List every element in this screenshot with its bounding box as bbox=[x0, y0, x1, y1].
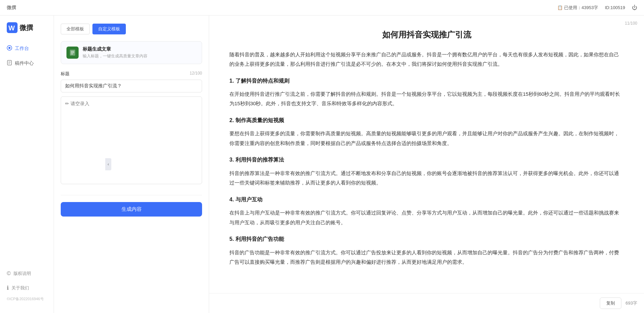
collapse-arrow[interactable]: ‹ bbox=[105, 158, 111, 170]
sidebar-item-workbench[interactable]: 工作台 bbox=[0, 41, 54, 56]
template-desc: 输入标题，一键生成高质量文章内容 bbox=[83, 53, 147, 59]
logout-icon[interactable]: ⏻ bbox=[632, 5, 637, 11]
section-para-1: 在开始使用抖音进行推广引流之前，你需要了解抖音的特点和规则。抖音是一个短视频分享… bbox=[229, 89, 624, 109]
section-para-4: 在抖音上与用户互动是一种非常有效的推广引流方式。你可以通过回复评论、点赞、分享等… bbox=[229, 208, 624, 227]
about-icon: ℹ bbox=[7, 285, 9, 291]
sidebar-item-copyright[interactable]: © 版权说明 bbox=[0, 266, 54, 281]
id-label: ID:100519 bbox=[605, 5, 625, 10]
title-char-count: 12/100 bbox=[190, 71, 202, 77]
title-input[interactable] bbox=[61, 80, 202, 92]
content-area: ‹ 全部模板 自定义模板 标题生成文章 输入标题，一键生成高质量文章内容 标题 bbox=[54, 16, 644, 313]
sidebar-item-copyright-label: 版权说明 bbox=[13, 271, 31, 277]
workbench-icon bbox=[7, 45, 12, 52]
topbar-title: 微撰 bbox=[7, 5, 16, 11]
article-intro: 随着抖音的普及，越来越多的人开始利用这个短视频分享平台来推广自己的产品或服务。抖… bbox=[229, 50, 624, 69]
template-card[interactable]: 标题生成文章 输入标题，一键生成高质量文章内容 bbox=[61, 41, 202, 64]
section-para-5: 抖音的广告功能是一种非常有效的推广引流方式。你可以通过广告投放来让更多的人看到你… bbox=[229, 248, 624, 267]
sidebar-bottom: © 版权说明 ℹ 关于我们 ©ICP备2022016946号 bbox=[0, 263, 54, 306]
article-body: 随着抖音的普及，越来越多的人开始利用这个短视频分享平台来推广自己的产品或服务。抖… bbox=[229, 50, 624, 267]
generate-button[interactable]: 生成内容 bbox=[61, 202, 202, 217]
left-panel: 全部模板 自定义模板 标题生成文章 输入标题，一键生成高质量文章内容 标题 12… bbox=[54, 16, 209, 313]
word-count: 693字 bbox=[625, 300, 637, 306]
divider bbox=[61, 195, 202, 195]
template-title: 标题生成文章 bbox=[83, 46, 147, 52]
sidebar-item-about[interactable]: ℹ 关于我们 bbox=[0, 281, 54, 295]
usage-icon: 📋 bbox=[557, 5, 563, 10]
content-textarea[interactable] bbox=[61, 96, 202, 184]
field-label-title: 标题 12/100 bbox=[61, 71, 202, 77]
section-heading-4: 4. 与用户互动 bbox=[229, 195, 624, 205]
tab-all-templates[interactable]: 全部模板 bbox=[61, 24, 90, 34]
tabs-row: 全部模板 自定义模板 bbox=[61, 24, 202, 34]
section-heading-3: 3. 利用抖音的推荐算法 bbox=[229, 155, 624, 165]
article-title: 如何用抖音实现推广引流 bbox=[229, 29, 624, 40]
topbar-right: 📋 已使用：43953字 ID:100519 ⏻ bbox=[557, 5, 637, 11]
copyright-icon: © bbox=[7, 271, 11, 277]
article-footer: 复制 693字 bbox=[209, 293, 644, 313]
template-info: 标题生成文章 输入标题，一键生成高质量文章内容 bbox=[83, 46, 147, 59]
drafts-icon bbox=[7, 60, 12, 67]
field-label-title-text: 标题 bbox=[61, 71, 69, 77]
section-para-3: 抖音的推荐算法是一种非常有效的推广引流方式。通过不断地发布和分享自己的短视频，你… bbox=[229, 169, 624, 188]
section-para-2: 要想在抖音上获得更多的流量，你需要制作高质量的短视频。高质量的短视频能够吸引更多… bbox=[229, 129, 624, 148]
sidebar: W 微撰 工作台 稿件中心 © 版权说明 bbox=[0, 16, 54, 313]
sidebar-item-drafts[interactable]: 稿件中心 bbox=[0, 56, 54, 71]
sidebar-nav: 工作台 稿件中心 bbox=[0, 41, 54, 263]
page-count: 11/100 bbox=[625, 21, 637, 26]
sidebar-logo: W 微撰 bbox=[0, 22, 54, 41]
right-panel: 11/100 如何用抖音实现推广引流 随着抖音的普及，越来越多的人开始利用这个短… bbox=[209, 16, 644, 313]
logo-text: 微撰 bbox=[20, 23, 33, 32]
logo-icon: W bbox=[7, 22, 18, 33]
article-container: 11/100 如何用抖音实现推广引流 随着抖音的普及，越来越多的人开始利用这个短… bbox=[209, 16, 644, 293]
section-heading-5: 5. 利用抖音的广告功能 bbox=[229, 234, 624, 244]
copy-button[interactable]: 复制 bbox=[600, 297, 621, 309]
sidebar-item-drafts-label: 稿件中心 bbox=[15, 60, 34, 66]
svg-point-3 bbox=[8, 47, 10, 49]
usage-info: 📋 已使用：43953字 bbox=[557, 5, 598, 11]
section-heading-2: 2. 制作高质量的短视频 bbox=[229, 115, 624, 125]
sidebar-item-workbench-label: 工作台 bbox=[15, 46, 29, 52]
topbar: 微撰 📋 已使用：43953字 ID:100519 ⏻ bbox=[0, 0, 644, 16]
usage-label: 已使用：43953字 bbox=[564, 5, 598, 11]
icp-text: ©ICP备2022016946号 bbox=[0, 295, 54, 303]
svg-text:W: W bbox=[8, 24, 15, 32]
sidebar-item-about-label: 关于我们 bbox=[11, 285, 29, 291]
template-card-icon bbox=[66, 47, 79, 59]
section-heading-1: 1. 了解抖音的特点和规则 bbox=[229, 76, 624, 86]
tab-custom-templates[interactable]: 自定义模板 bbox=[92, 24, 126, 34]
main-layout: W 微撰 工作台 稿件中心 © 版权说明 bbox=[0, 16, 644, 313]
